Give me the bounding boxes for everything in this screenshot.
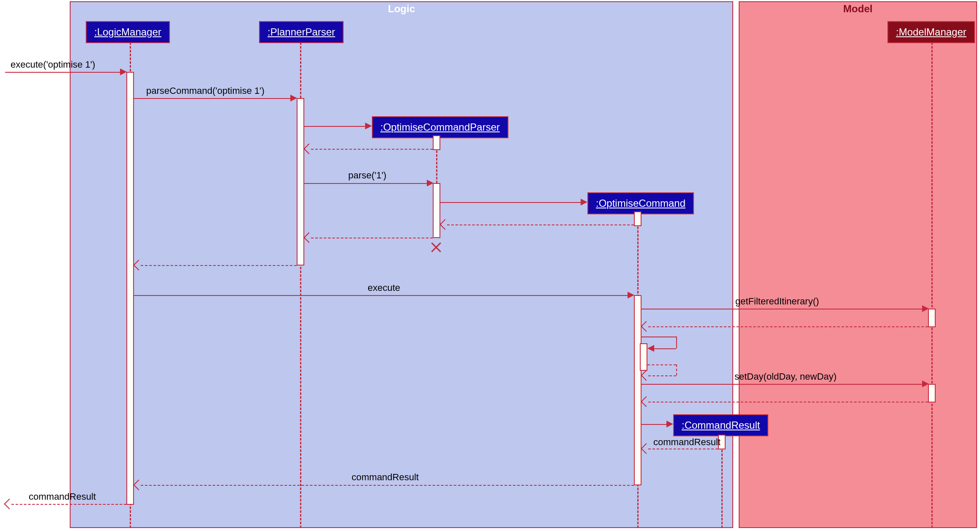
activation-model-manager-1 <box>928 309 936 327</box>
arrow-create-oc <box>440 202 581 203</box>
msg-cmdresult-out: commandResult <box>29 491 96 502</box>
msg-cmdresult-1: commandResult <box>653 437 721 448</box>
destroy-opt-cmd-parser <box>430 241 442 254</box>
container-model: Model <box>739 1 977 528</box>
arrow-ret-set-day <box>648 402 928 402</box>
arrow-cmdresult-out <box>11 504 126 505</box>
activation-model-manager-2 <box>928 384 936 402</box>
participant-command-result: :CommandResult <box>673 414 768 436</box>
msg-parse: parse('1') <box>348 170 386 181</box>
arrowhead-parse <box>427 180 434 186</box>
arrowhead-get-filtered <box>922 305 929 312</box>
activation-logic-manager <box>126 72 134 505</box>
activation-opt-command-2 <box>634 295 642 485</box>
arrow-ret-ocp2 <box>311 238 433 238</box>
arrowhead-create-ocp <box>365 123 372 129</box>
container-logic-label: Logic <box>388 2 415 17</box>
arrow-create-cr <box>642 424 666 425</box>
msg-execute: execute <box>368 282 400 293</box>
arrow-ret-pp <box>141 265 297 266</box>
arrow-ret-oc1 <box>447 224 634 225</box>
participant-planner-parser: :PlannerParser <box>259 21 344 43</box>
arrow-execute <box>134 295 628 296</box>
arrow-create-ocp <box>304 126 365 127</box>
activation-opt-cmd-parser-2 <box>433 183 440 238</box>
selfloop-ret-top <box>647 364 676 365</box>
activation-opt-command-self <box>640 343 647 371</box>
lifeline-model-manager <box>931 42 933 528</box>
arrow-ret-get-filtered <box>648 326 928 327</box>
msg-parse-command: parseCommand('optimise 1') <box>146 85 265 96</box>
arrow-parse <box>304 183 427 184</box>
arrowhead-selfloop-in <box>647 345 654 352</box>
arrow-cmdresult-2 <box>141 485 634 486</box>
arrowhead-create-cr <box>666 421 673 427</box>
msg-cmdresult-2: commandResult <box>352 472 419 483</box>
selfloop-out-right <box>676 337 677 348</box>
container-model-label: Model <box>843 2 872 17</box>
msg-get-filtered: getFilteredItinerary() <box>735 296 819 307</box>
arrowhead-parse-command <box>290 95 297 101</box>
sequence-diagram: Logic Model :LogicManager :PlannerParser… <box>0 0 980 531</box>
selfloop-out-top <box>642 337 676 337</box>
arrow-cmdresult-1 <box>648 449 718 449</box>
arrow-parse-command <box>134 98 290 99</box>
openarrow-cmdresult-out <box>4 498 14 509</box>
arrowhead-execute <box>628 292 634 298</box>
arrowhead-create-oc <box>581 199 587 205</box>
selfloop-out-bottom <box>652 348 676 349</box>
arrow-ret-ocp1 <box>311 149 433 150</box>
participant-logic-manager: :LogicManager <box>86 21 170 43</box>
participant-model-manager: :ModelManager <box>887 21 975 43</box>
arrowhead-set-day <box>922 380 929 387</box>
arrow-set-day <box>642 384 922 385</box>
msg-set-day: setDay(oldDay, newDay) <box>734 371 837 382</box>
selfloop-ret-bottom <box>648 375 676 376</box>
arrow-execute-in <box>5 72 120 73</box>
msg-execute-in: execute('optimise 1') <box>11 59 95 70</box>
activation-opt-command-1 <box>634 211 642 226</box>
activation-opt-cmd-parser-1 <box>433 135 440 150</box>
activation-planner-parser <box>297 98 304 266</box>
arrow-get-filtered <box>642 309 922 309</box>
arrowhead-execute-in <box>120 68 127 75</box>
selfloop-ret-right <box>676 364 677 375</box>
